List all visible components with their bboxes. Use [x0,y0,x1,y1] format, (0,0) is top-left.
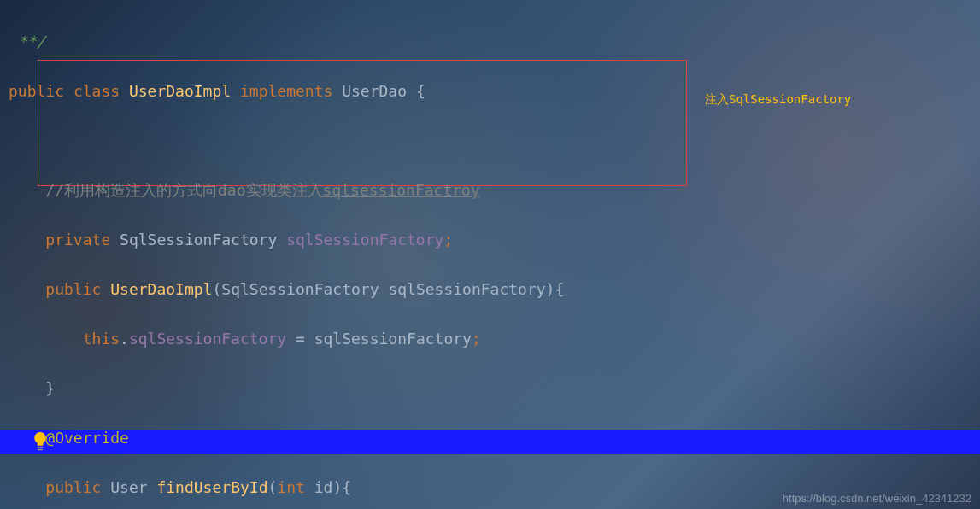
param-type: SqlSessionFactory [221,280,379,298]
field-ref: sqlSessionFactory [129,330,286,348]
keyword-int: int [277,478,305,496]
keyword-public: public [45,280,101,298]
annotation-label: 注入SqlSessionFactory [705,92,851,108]
keyword-private: private [45,231,110,249]
field-type: SqlSessionFactory [120,231,277,249]
doc-comment-fragment: **/ [9,32,45,50]
field-name: sqlSessionFactory [286,231,443,249]
svg-rect-1 [38,449,43,451]
annotation-override: @Override [45,429,129,447]
interface-name: UserDao [342,82,407,100]
keyword-public: public [45,478,101,496]
return-type: User [110,478,147,496]
keyword-this: this [83,330,120,348]
comment-inject: //利用构造注入的方式向dao实现类注入sqlsessionFactroy [45,181,479,199]
keyword-public: public [9,82,64,100]
intention-bulb-icon[interactable] [32,432,48,451]
svg-rect-0 [38,447,44,448]
keyword-class: class [73,82,120,100]
method-name: findUserById [156,478,267,496]
param-ref: sqlSessionFactory [314,330,472,348]
code-editor[interactable]: **/ public class UserDaoImpl implements … [0,0,980,509]
keyword-implements: implements [240,82,332,100]
class-name: UserDaoImpl [129,82,231,100]
watermark-text: https://blog.csdn.net/weixin_42341232 [783,492,971,505]
brace: { [407,82,425,100]
param-name: sqlSessionFactory [388,280,545,298]
constructor-name: UserDaoImpl [110,280,212,298]
param-id: id [314,478,333,496]
